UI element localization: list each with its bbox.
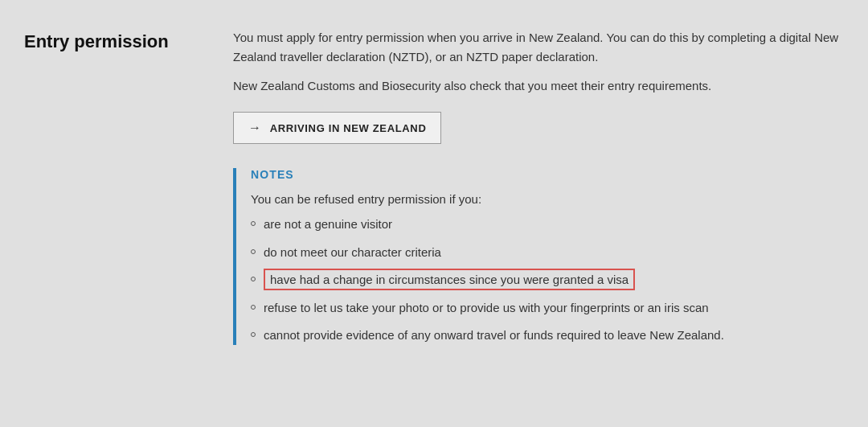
list-item: refuse to let us take your photo or to p… [251, 299, 844, 318]
intro-paragraph-1: You must apply for entry permission when… [233, 28, 844, 67]
list-item-text-3: refuse to let us take your photo or to p… [264, 299, 844, 318]
list-item: cannot provide evidence of any onward tr… [251, 326, 844, 345]
list-item-text-4: cannot provide evidence of any onward tr… [264, 326, 844, 345]
list-item-text-0: are not a genuine visitor [264, 216, 844, 234]
list-item: are not a genuine visitor [251, 216, 844, 234]
notes-list: are not a genuine visitordo not meet our… [251, 216, 844, 345]
notes-label: NOTES [251, 168, 844, 181]
right-column: You must apply for entry permission when… [233, 24, 844, 355]
list-item: do not meet our character criteria [251, 244, 844, 262]
page-container: Entry permission You must apply for entr… [24, 16, 844, 363]
arrow-right-icon: → [248, 121, 262, 135]
list-item: have had a change in circumstances since… [251, 271, 844, 289]
arriving-nz-button[interactable]: → ARRIVING IN NEW ZEALAND [233, 112, 441, 144]
left-column: Entry permission [24, 24, 201, 355]
notes-box: NOTES You can be refused entry permissio… [233, 168, 844, 345]
bullet-icon [251, 277, 256, 281]
intro-text: You must apply for entry permission when… [233, 28, 844, 96]
intro-paragraph-2: New Zealand Customs and Biosecurity also… [233, 76, 844, 96]
section-title: Entry permission [24, 31, 201, 54]
bullet-icon [251, 221, 256, 226]
arriving-nz-button-label: ARRIVING IN NEW ZEALAND [270, 122, 427, 134]
bullet-icon [251, 305, 256, 310]
bullet-icon [251, 332, 256, 337]
list-item-text-1: do not meet our character criteria [264, 244, 844, 262]
highlighted-list-item: have had a change in circumstances since… [264, 269, 635, 290]
bullet-icon [251, 249, 256, 254]
list-item-text-2: have had a change in circumstances since… [264, 271, 844, 289]
notes-intro: You can be refused entry permission if y… [251, 192, 844, 206]
